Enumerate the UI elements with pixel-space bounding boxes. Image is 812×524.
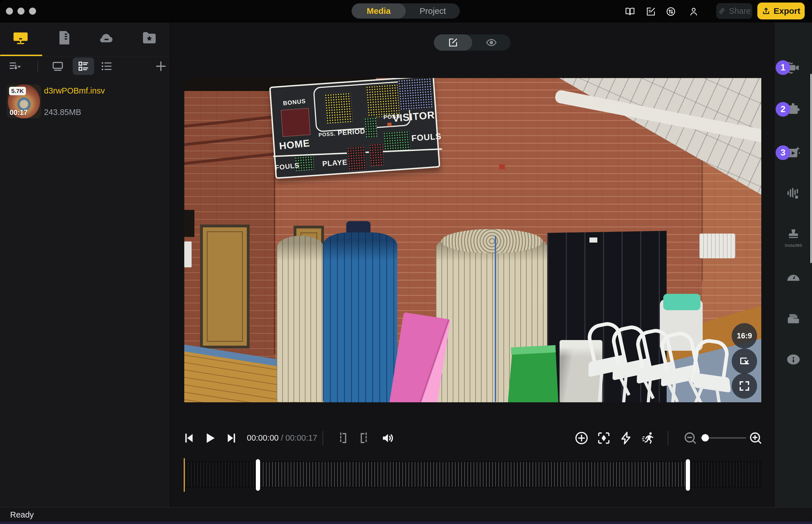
trim-handle-in[interactable] [256, 459, 260, 491]
add-keyframe-button[interactable] [574, 430, 589, 446]
link-icon [718, 7, 726, 15]
step-badge-1: 1 [776, 60, 790, 75]
sort-icon[interactable] [9, 60, 21, 73]
file-manage-icon[interactable] [785, 310, 801, 326]
thumbnail-view-icon[interactable] [51, 60, 64, 73]
timeline-zoom-knob[interactable] [701, 434, 709, 441]
rail-scrollbar[interactable] [810, 74, 812, 263]
trim-out-icon[interactable] [357, 430, 372, 446]
timecode: 00:00:00 / 00:00:17 [247, 433, 317, 443]
stabilization-icon[interactable]: 1 [785, 60, 801, 76]
mat-blue-stripe [495, 236, 496, 402]
sd-card-tab[interactable] [55, 29, 72, 46]
plugin-puzzle-icon[interactable]: 2 [785, 101, 801, 117]
edit-note-icon[interactable] [646, 6, 656, 17]
status-bar: Ready [0, 507, 812, 522]
add-media-icon[interactable] [155, 60, 167, 73]
video-preview[interactable]: BONUS HOME FOULS POSS. PERIOD POSS. VISI… [184, 78, 761, 402]
cloud-tab[interactable] [98, 29, 115, 46]
step-badge-2: 2 [776, 102, 790, 117]
gym-door-left [200, 225, 250, 348]
scoreboard-bonus-display [281, 108, 310, 137]
list-view-icon[interactable] [100, 60, 113, 73]
sidebar-divider [0, 56, 170, 56]
tab-project[interactable]: Project [406, 3, 460, 19]
file-size: 243.85MB [44, 108, 81, 117]
step-badge-3: 3 [776, 145, 790, 160]
trim-clip-button[interactable] [732, 348, 757, 374]
file-name[interactable]: d3rwPOBmf.insv [44, 86, 105, 96]
cooler-bag-lid [663, 294, 700, 310]
share-button[interactable]: Share [716, 3, 752, 19]
scoreboard-poss-lamp [387, 122, 392, 127]
toolbar-separator [37, 60, 38, 72]
window-minimize-button[interactable] [17, 7, 25, 15]
media-library-panel: 5.7K 00:17 d3rwPOBmf.insv 243.85MB [0, 22, 170, 507]
watermark-label: Insta360 [775, 243, 812, 248]
window-close-button[interactable] [6, 7, 13, 15]
media-thumbnail[interactable]: 5.7K 00:17 [7, 84, 41, 118]
aspect-ratio-label: 16:9 [737, 332, 752, 340]
scoreboard-fouls-right-label: FOULS [411, 132, 442, 143]
export-button[interactable]: Export [757, 2, 805, 19]
flash-button[interactable] [618, 430, 634, 446]
export-label: Export [774, 6, 800, 16]
media-project-switch: Media Project [352, 3, 460, 19]
scoreboard-poss-left-label: POSS. [319, 131, 336, 138]
sync-icon[interactable] [665, 6, 676, 17]
share-label: Share [729, 6, 751, 16]
watermark-stamp-icon[interactable] [785, 227, 801, 243]
scoreboard-player-display [346, 146, 367, 171]
local-media-tab[interactable] [12, 29, 29, 46]
fullscreen-icon [738, 380, 751, 392]
aspect-ratio-button[interactable]: 16:9 [732, 323, 757, 348]
skip-forward-button[interactable] [224, 430, 240, 446]
trim-handle-out[interactable] [686, 459, 690, 491]
scoreboard-visitor-fouls-display [383, 130, 411, 153]
preview-eye-icon [485, 37, 497, 48]
ai-edit-icon[interactable]: 3 [785, 145, 801, 161]
mat-label [589, 238, 597, 243]
time-separator: / [279, 433, 286, 442]
motion-button[interactable] [641, 430, 656, 446]
playhead[interactable] [184, 458, 185, 492]
info-icon[interactable] [785, 351, 801, 367]
total-time: 00:00:17 [286, 433, 317, 442]
clip-duration: 00:17 [10, 109, 28, 117]
play-button[interactable] [202, 430, 217, 446]
scoreboard-bonus-label: BONUS [282, 98, 306, 107]
fullscreen-button[interactable] [732, 373, 757, 399]
zoom-in-icon[interactable] [748, 430, 763, 446]
tab-media[interactable]: Media [352, 3, 406, 19]
audio-settings-icon[interactable] [785, 186, 801, 202]
scoreboard-period-label: PERIOD [337, 127, 366, 137]
edit-mode-button[interactable] [434, 34, 472, 51]
preview-mode-button[interactable] [472, 34, 510, 51]
dashboard-icon[interactable] [785, 269, 801, 285]
volume-button[interactable] [380, 430, 395, 446]
wall-radiator [699, 233, 735, 258]
gym-mat-roll-beige-1 [277, 236, 324, 402]
tracking-target-button[interactable] [596, 430, 612, 446]
zoom-separator [668, 431, 668, 445]
favorites-folder-tab[interactable] [141, 29, 158, 46]
guide-book-icon[interactable] [624, 6, 635, 17]
desktop-edge [0, 522, 812, 524]
account-icon[interactable] [688, 6, 699, 17]
timeline-trailing-trimmed [690, 462, 761, 487]
scoreboard-clock-left [324, 92, 353, 124]
grid-view-icon[interactable] [77, 60, 90, 73]
transport-separator [323, 431, 323, 445]
zoom-out-icon[interactable] [683, 430, 698, 446]
window-zoom-button[interactable] [29, 7, 36, 15]
trim-in-icon[interactable] [335, 430, 350, 446]
skip-back-button[interactable] [181, 430, 196, 446]
gym-mat-roll-blue [323, 232, 397, 402]
title-bar: Media Project Share Export [0, 0, 812, 22]
tools-rail: 1 2 3 Insta360 [775, 22, 812, 507]
edit-mode-icon [448, 37, 459, 48]
upload-icon [762, 6, 770, 16]
scoreboard: BONUS HOME FOULS POSS. PERIOD POSS. VISI… [269, 78, 440, 179]
crop-clip-icon [738, 355, 751, 367]
mat-coil-top [441, 229, 543, 253]
